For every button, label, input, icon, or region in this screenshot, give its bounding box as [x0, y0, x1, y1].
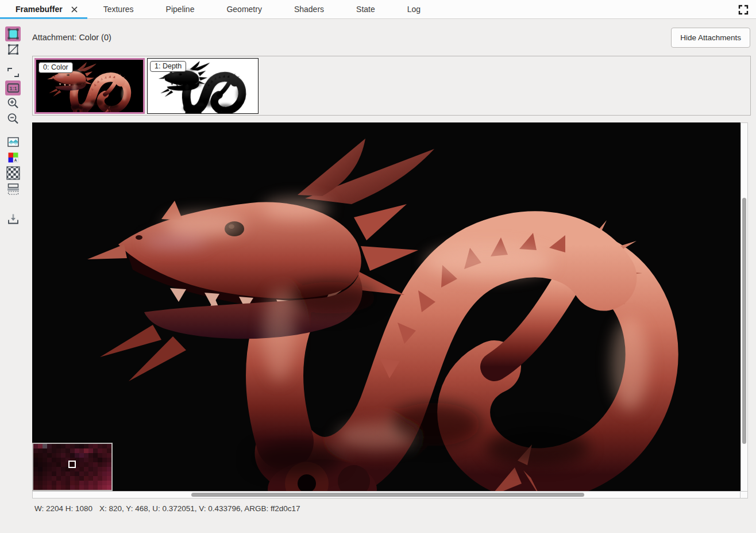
pixel-magnifier-overlay — [32, 443, 113, 491]
zoom-out-icon[interactable] — [5, 112, 21, 126]
zoom-to-fit-icon[interactable] — [5, 65, 21, 80]
tab-framebuffer[interactable]: Framebuffer — [0, 0, 87, 18]
horizontal-scrollbar[interactable] — [32, 491, 740, 499]
tab-state[interactable]: State — [340, 0, 391, 18]
zoom-in-icon[interactable] — [5, 96, 21, 111]
tab-textures[interactable]: Textures — [87, 0, 150, 18]
horizontal-scrollbar-thumb[interactable] — [191, 493, 584, 497]
fullscreen-icon[interactable] — [738, 4, 749, 16]
save-image-icon[interactable] — [5, 212, 21, 227]
checkerboard-background-icon[interactable] — [5, 166, 21, 181]
vertical-scrollbar[interactable] — [740, 122, 748, 491]
hide-attachments-button[interactable]: Hide Attachments — [671, 28, 750, 48]
attachment-badge: 0: Color — [38, 62, 73, 73]
framebuffer-canvas[interactable] — [32, 122, 740, 491]
image-size-readout: W: 2204 H: 1080 — [34, 504, 92, 513]
rgba-channels-icon[interactable]: A — [5, 150, 21, 165]
status-bar: W: 2204 H: 1080 X: 820, Y: 468, U: 0.372… — [32, 499, 751, 513]
viewer-toolbar: 1:1 — [0, 19, 32, 533]
flip-image-icon[interactable] — [5, 135, 21, 149]
framebuffer-image — [32, 122, 740, 491]
tab-shaders[interactable]: Shaders — [278, 0, 340, 18]
tab-pipeline[interactable]: Pipeline — [150, 0, 211, 18]
tab-log[interactable]: Log — [391, 0, 437, 18]
close-icon[interactable] — [71, 6, 78, 13]
attachments-panel: 0: Color 1: Depth — [32, 56, 751, 116]
tab-label: Framebuffer — [16, 5, 63, 14]
attachment-thumbnail-color[interactable]: 0: Color — [34, 58, 145, 114]
magnifier-cursor — [68, 461, 76, 468]
svg-text:A: A — [14, 158, 17, 162]
color-range-icon[interactable] — [5, 181, 21, 196]
actual-size-icon[interactable]: 1:1 — [5, 80, 21, 95]
scrollbar-corner — [740, 491, 748, 499]
wireframe-view-icon[interactable] — [5, 42, 21, 57]
tab-bar: Framebuffer Textures Pipeline Geometry S… — [0, 0, 756, 19]
tab-geometry[interactable]: Geometry — [210, 0, 277, 18]
attachment-label: Attachment: Color (0) — [32, 33, 111, 42]
shaded-view-icon[interactable] — [5, 26, 21, 41]
svg-text:1:1: 1:1 — [9, 86, 17, 91]
attachment-badge: 1: Depth — [150, 61, 186, 72]
attachment-thumbnail-depth[interactable]: 1: Depth — [147, 58, 259, 114]
vertical-scrollbar-thumb[interactable] — [742, 198, 746, 444]
pixel-readout: X: 820, Y: 468, U: 0.372051, V: 0.433796… — [99, 504, 300, 513]
